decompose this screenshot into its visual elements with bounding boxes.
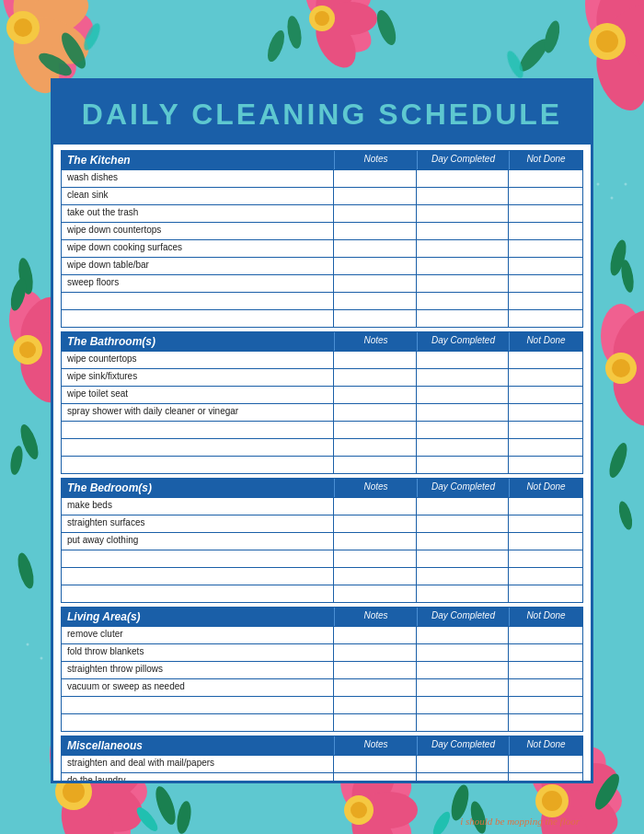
table-row: wipe countertops	[61, 352, 583, 369]
svg-point-104	[17, 423, 42, 461]
bedrooms-notdone-label: Not Done	[509, 479, 582, 497]
task-cell	[509, 498, 582, 515]
task-cell	[417, 310, 509, 327]
task-cell	[417, 275, 509, 292]
svg-point-50	[504, 49, 526, 80]
task-name: wipe down cooking surfaces	[62, 240, 334, 257]
svg-point-32	[585, 0, 629, 41]
svg-point-37	[599, 0, 644, 62]
task-cell	[417, 773, 509, 781]
svg-point-45	[285, 15, 304, 50]
task-cell	[417, 585, 509, 602]
svg-point-105	[8, 445, 24, 476]
task-name: take out the trash	[62, 205, 334, 222]
svg-point-39	[587, 33, 644, 118]
task-cell	[417, 293, 509, 309]
task-cell	[334, 568, 417, 585]
table-row	[61, 439, 583, 457]
page-title: DAILY CLEANING SCHEDULE	[53, 81, 591, 145]
task-cell	[334, 644, 417, 661]
svg-point-16	[23, 7, 93, 48]
svg-point-103	[8, 277, 29, 312]
task-cell	[417, 679, 509, 696]
svg-point-92	[532, 793, 599, 834]
task-name: do the laundry	[62, 773, 334, 781]
task-cell	[509, 275, 582, 292]
task-name: wipe down countertops	[62, 223, 334, 239]
svg-point-95	[152, 784, 179, 828]
svg-point-76	[63, 781, 85, 803]
task-cell	[334, 679, 417, 696]
task-name: make beds	[62, 498, 334, 515]
task-cell	[334, 627, 417, 643]
svg-point-11	[27, 643, 29, 646]
section-misc: Miscellaneous Notes Day Completed Not Do…	[61, 736, 583, 781]
task-name: straighten throw pillows	[62, 662, 334, 678]
task-name: wipe sink/fixtures	[62, 369, 334, 386]
task-name: straighten and deal with mail/papers	[62, 756, 334, 772]
svg-point-23	[14, 18, 32, 37]
task-cell	[62, 310, 334, 327]
svg-point-5	[59, 31, 62, 34]
task-cell	[509, 679, 582, 696]
task-cell	[417, 627, 509, 643]
task-cell	[509, 697, 582, 713]
svg-point-13	[40, 657, 43, 660]
svg-point-93	[535, 784, 569, 817]
svg-point-60	[611, 319, 644, 386]
task-cell	[334, 404, 417, 421]
table-row: fold throw blankets	[61, 644, 583, 662]
task-name: vacuum or sweep as needed	[62, 679, 334, 696]
section-bathrooms: The Bathroom(s) Notes Day Completed Not …	[61, 331, 583, 474]
svg-point-34	[607, 19, 644, 64]
task-cell	[417, 439, 509, 456]
task-cell	[509, 258, 582, 274]
svg-point-46	[515, 35, 553, 75]
task-cell	[334, 369, 417, 386]
task-cell	[334, 457, 417, 473]
bedrooms-day-label: Day Completed	[417, 479, 509, 497]
svg-point-20	[16, 9, 96, 74]
table-row	[61, 697, 583, 714]
svg-point-109	[606, 441, 631, 480]
table-row: vacuum or sweep as needed	[61, 679, 583, 697]
kitchen-day-label: Day Completed	[417, 151, 509, 169]
svg-point-3	[73, 17, 75, 20]
svg-point-10	[611, 197, 614, 200]
table-row: put away clothing	[61, 533, 583, 550]
task-name: wipe toilet seat	[62, 387, 334, 403]
task-cell	[417, 404, 509, 421]
table-row	[61, 550, 583, 568]
section-kitchen: The Kitchen Notes Day Completed Not Done…	[61, 150, 583, 328]
table-row: wipe down countertops	[61, 223, 583, 240]
task-cell	[509, 223, 582, 239]
task-cell	[417, 258, 509, 274]
bathrooms-day-label: Day Completed	[417, 332, 509, 351]
table-row	[61, 422, 583, 439]
task-cell	[509, 352, 582, 368]
svg-point-96	[175, 800, 193, 834]
task-cell	[417, 369, 509, 386]
misc-header: Miscellaneous Notes Day Completed Not Do…	[61, 736, 583, 756]
svg-point-6	[17, 45, 20, 48]
svg-point-59	[601, 304, 641, 368]
table-row: wipe down cooking surfaces	[61, 240, 583, 258]
svg-point-74	[52, 782, 124, 834]
svg-point-48	[374, 7, 400, 47]
task-cell	[509, 568, 582, 585]
task-cell	[417, 644, 509, 661]
table-row: make beds	[61, 498, 583, 515]
task-cell	[509, 387, 582, 403]
misc-title: Miscellaneous	[62, 736, 334, 755]
table-row	[61, 293, 583, 310]
kitchen-notdone-label: Not Done	[509, 151, 582, 169]
bathrooms-notdone-label: Not Done	[509, 332, 582, 351]
table-row	[61, 457, 583, 474]
svg-point-51	[9, 291, 46, 350]
svg-point-8	[597, 183, 600, 186]
svg-point-47	[542, 19, 563, 54]
table-row: wipe toilet seat	[61, 387, 583, 404]
task-cell	[334, 205, 417, 222]
svg-point-7	[45, 45, 48, 48]
svg-point-4	[31, 31, 34, 34]
